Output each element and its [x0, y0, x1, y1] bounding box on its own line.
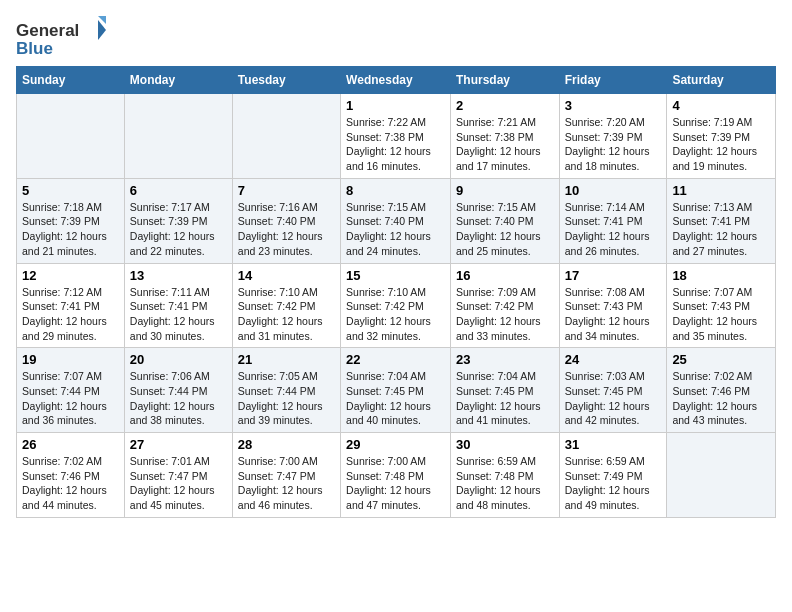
calendar-body: 1Sunrise: 7:22 AM Sunset: 7:38 PM Daylig…	[17, 94, 776, 518]
calendar-cell: 4Sunrise: 7:19 AM Sunset: 7:39 PM Daylig…	[667, 94, 776, 179]
day-number: 15	[346, 268, 445, 283]
day-number: 3	[565, 98, 662, 113]
calendar-cell: 18Sunrise: 7:07 AM Sunset: 7:43 PM Dayli…	[667, 263, 776, 348]
day-info: Sunrise: 7:14 AM Sunset: 7:41 PM Dayligh…	[565, 200, 662, 259]
calendar-week-row: 26Sunrise: 7:02 AM Sunset: 7:46 PM Dayli…	[17, 433, 776, 518]
calendar-week-row: 1Sunrise: 7:22 AM Sunset: 7:38 PM Daylig…	[17, 94, 776, 179]
calendar-cell: 6Sunrise: 7:17 AM Sunset: 7:39 PM Daylig…	[124, 178, 232, 263]
calendar-week-row: 19Sunrise: 7:07 AM Sunset: 7:44 PM Dayli…	[17, 348, 776, 433]
day-number: 12	[22, 268, 119, 283]
calendar-cell: 28Sunrise: 7:00 AM Sunset: 7:47 PM Dayli…	[232, 433, 340, 518]
day-info: Sunrise: 7:04 AM Sunset: 7:45 PM Dayligh…	[346, 369, 445, 428]
svg-marker-1	[98, 20, 106, 40]
calendar-cell: 27Sunrise: 7:01 AM Sunset: 7:47 PM Dayli…	[124, 433, 232, 518]
day-info: Sunrise: 7:06 AM Sunset: 7:44 PM Dayligh…	[130, 369, 227, 428]
calendar-cell	[17, 94, 125, 179]
day-number: 4	[672, 98, 770, 113]
calendar-cell: 17Sunrise: 7:08 AM Sunset: 7:43 PM Dayli…	[559, 263, 667, 348]
calendar-cell: 20Sunrise: 7:06 AM Sunset: 7:44 PM Dayli…	[124, 348, 232, 433]
day-number: 28	[238, 437, 335, 452]
calendar-cell: 25Sunrise: 7:02 AM Sunset: 7:46 PM Dayli…	[667, 348, 776, 433]
svg-text:Blue: Blue	[16, 39, 53, 58]
day-number: 30	[456, 437, 554, 452]
calendar-cell: 9Sunrise: 7:15 AM Sunset: 7:40 PM Daylig…	[450, 178, 559, 263]
calendar-cell: 11Sunrise: 7:13 AM Sunset: 7:41 PM Dayli…	[667, 178, 776, 263]
calendar-cell	[667, 433, 776, 518]
header-day-saturday: Saturday	[667, 67, 776, 94]
day-number: 27	[130, 437, 227, 452]
header-day-thursday: Thursday	[450, 67, 559, 94]
day-number: 20	[130, 352, 227, 367]
day-info: Sunrise: 7:02 AM Sunset: 7:46 PM Dayligh…	[672, 369, 770, 428]
day-info: Sunrise: 7:11 AM Sunset: 7:41 PM Dayligh…	[130, 285, 227, 344]
day-number: 1	[346, 98, 445, 113]
logo-svg: General Blue	[16, 16, 106, 58]
day-number: 29	[346, 437, 445, 452]
calendar-cell: 24Sunrise: 7:03 AM Sunset: 7:45 PM Dayli…	[559, 348, 667, 433]
day-info: Sunrise: 7:20 AM Sunset: 7:39 PM Dayligh…	[565, 115, 662, 174]
day-info: Sunrise: 7:10 AM Sunset: 7:42 PM Dayligh…	[238, 285, 335, 344]
day-info: Sunrise: 6:59 AM Sunset: 7:49 PM Dayligh…	[565, 454, 662, 513]
calendar-cell: 14Sunrise: 7:10 AM Sunset: 7:42 PM Dayli…	[232, 263, 340, 348]
header-day-wednesday: Wednesday	[341, 67, 451, 94]
calendar-cell: 19Sunrise: 7:07 AM Sunset: 7:44 PM Dayli…	[17, 348, 125, 433]
calendar-cell: 8Sunrise: 7:15 AM Sunset: 7:40 PM Daylig…	[341, 178, 451, 263]
calendar-cell: 13Sunrise: 7:11 AM Sunset: 7:41 PM Dayli…	[124, 263, 232, 348]
calendar-cell: 1Sunrise: 7:22 AM Sunset: 7:38 PM Daylig…	[341, 94, 451, 179]
day-info: Sunrise: 7:10 AM Sunset: 7:42 PM Dayligh…	[346, 285, 445, 344]
calendar-cell: 7Sunrise: 7:16 AM Sunset: 7:40 PM Daylig…	[232, 178, 340, 263]
day-number: 21	[238, 352, 335, 367]
day-info: Sunrise: 7:04 AM Sunset: 7:45 PM Dayligh…	[456, 369, 554, 428]
calendar-cell: 5Sunrise: 7:18 AM Sunset: 7:39 PM Daylig…	[17, 178, 125, 263]
day-number: 5	[22, 183, 119, 198]
day-number: 14	[238, 268, 335, 283]
day-info: Sunrise: 6:59 AM Sunset: 7:48 PM Dayligh…	[456, 454, 554, 513]
day-info: Sunrise: 7:02 AM Sunset: 7:46 PM Dayligh…	[22, 454, 119, 513]
day-number: 24	[565, 352, 662, 367]
day-info: Sunrise: 7:19 AM Sunset: 7:39 PM Dayligh…	[672, 115, 770, 174]
day-info: Sunrise: 7:07 AM Sunset: 7:44 PM Dayligh…	[22, 369, 119, 428]
day-info: Sunrise: 7:15 AM Sunset: 7:40 PM Dayligh…	[346, 200, 445, 259]
day-number: 2	[456, 98, 554, 113]
calendar-table: SundayMondayTuesdayWednesdayThursdayFrid…	[16, 66, 776, 518]
calendar-cell	[232, 94, 340, 179]
day-number: 7	[238, 183, 335, 198]
day-info: Sunrise: 7:03 AM Sunset: 7:45 PM Dayligh…	[565, 369, 662, 428]
day-number: 16	[456, 268, 554, 283]
svg-text:General: General	[16, 21, 79, 40]
day-info: Sunrise: 7:17 AM Sunset: 7:39 PM Dayligh…	[130, 200, 227, 259]
day-number: 13	[130, 268, 227, 283]
day-info: Sunrise: 7:07 AM Sunset: 7:43 PM Dayligh…	[672, 285, 770, 344]
header-day-sunday: Sunday	[17, 67, 125, 94]
calendar-cell: 16Sunrise: 7:09 AM Sunset: 7:42 PM Dayli…	[450, 263, 559, 348]
day-info: Sunrise: 7:15 AM Sunset: 7:40 PM Dayligh…	[456, 200, 554, 259]
header-day-friday: Friday	[559, 67, 667, 94]
calendar-cell: 26Sunrise: 7:02 AM Sunset: 7:46 PM Dayli…	[17, 433, 125, 518]
calendar-cell: 29Sunrise: 7:00 AM Sunset: 7:48 PM Dayli…	[341, 433, 451, 518]
day-info: Sunrise: 7:09 AM Sunset: 7:42 PM Dayligh…	[456, 285, 554, 344]
calendar-cell: 2Sunrise: 7:21 AM Sunset: 7:38 PM Daylig…	[450, 94, 559, 179]
calendar-cell: 23Sunrise: 7:04 AM Sunset: 7:45 PM Dayli…	[450, 348, 559, 433]
day-number: 11	[672, 183, 770, 198]
day-number: 18	[672, 268, 770, 283]
page-header: General Blue	[16, 16, 776, 58]
day-info: Sunrise: 7:22 AM Sunset: 7:38 PM Dayligh…	[346, 115, 445, 174]
calendar-cell: 12Sunrise: 7:12 AM Sunset: 7:41 PM Dayli…	[17, 263, 125, 348]
day-number: 6	[130, 183, 227, 198]
day-info: Sunrise: 7:00 AM Sunset: 7:48 PM Dayligh…	[346, 454, 445, 513]
calendar-header-row: SundayMondayTuesdayWednesdayThursdayFrid…	[17, 67, 776, 94]
day-number: 8	[346, 183, 445, 198]
logo: General Blue	[16, 16, 106, 58]
day-number: 17	[565, 268, 662, 283]
calendar-week-row: 5Sunrise: 7:18 AM Sunset: 7:39 PM Daylig…	[17, 178, 776, 263]
calendar-cell: 22Sunrise: 7:04 AM Sunset: 7:45 PM Dayli…	[341, 348, 451, 433]
calendar-week-row: 12Sunrise: 7:12 AM Sunset: 7:41 PM Dayli…	[17, 263, 776, 348]
calendar-cell: 15Sunrise: 7:10 AM Sunset: 7:42 PM Dayli…	[341, 263, 451, 348]
header-day-tuesday: Tuesday	[232, 67, 340, 94]
day-number: 22	[346, 352, 445, 367]
day-info: Sunrise: 7:16 AM Sunset: 7:40 PM Dayligh…	[238, 200, 335, 259]
day-number: 23	[456, 352, 554, 367]
day-number: 26	[22, 437, 119, 452]
calendar-cell: 21Sunrise: 7:05 AM Sunset: 7:44 PM Dayli…	[232, 348, 340, 433]
calendar-cell: 31Sunrise: 6:59 AM Sunset: 7:49 PM Dayli…	[559, 433, 667, 518]
